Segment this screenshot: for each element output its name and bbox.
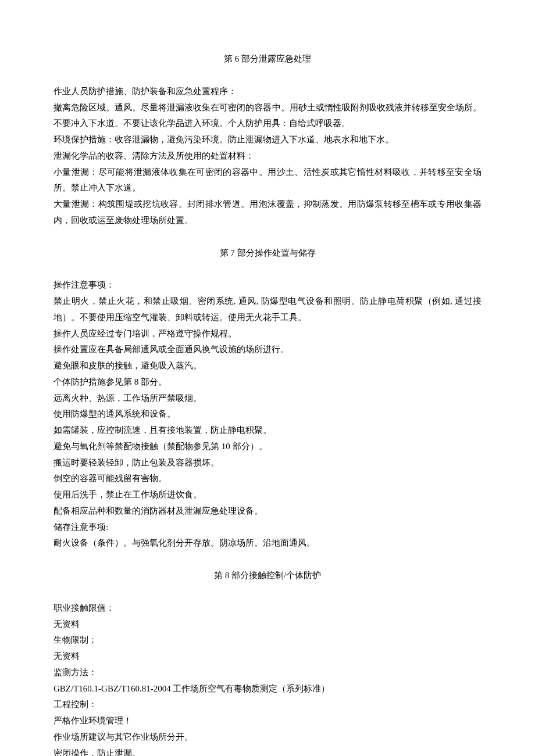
text-line: 无资料	[54, 617, 482, 633]
text-line: 操作处置应在具备局部通风或全面通风换气设施的场所进行。	[54, 342, 482, 358]
text-line: 职业接触限值：	[54, 600, 482, 617]
text-line: 环境保护措施：收容泄漏物，避免污染环境。防止泄漏物进入下水道、地表水和地下水。	[54, 132, 482, 148]
text-line: 操作人员应经过专门培训，严格遵守操作规程。	[54, 326, 482, 342]
text-line: 使用防爆型的通风系统和设备。	[54, 406, 482, 422]
text-line: 避免眼和皮肤的接触，避免吸入蒸汽。	[54, 358, 482, 374]
text-line: 远离火种、热源，工作场所严禁吸烟。	[54, 390, 482, 407]
section-7-title: 第 7 部分操作处置与储存	[54, 245, 482, 261]
text-line: 耐火设备（条件）。与强氧化剂分开存放。阴凉场所。沿地面通风。	[54, 535, 482, 551]
text-line: 严格作业环境管理！	[54, 713, 482, 729]
text-line: 工程控制：	[54, 697, 482, 713]
text-line: 监测方法：	[54, 665, 482, 681]
text-line: 作业人员防护措施、防护装备和应急处置程序：	[54, 84, 482, 100]
text-line: 个体防护措施参见第 8 部分。	[54, 374, 482, 390]
text-line: 生物限制：	[54, 632, 482, 648]
text-line: 配备相应品种和数量的消防器材及泄漏应急处理设备。	[54, 503, 482, 519]
text-line: 禁止明火，禁止火花，和禁止吸烟。密闭系统, 通风, 防爆型电气设备和照明。防止静…	[54, 293, 482, 326]
text-line: 撤离危险区域。通风。尽量将泄漏液收集在可密闭的容器中。用砂土或惰性吸附剂吸收残液…	[54, 100, 482, 132]
text-line: 如需罐装，应控制流速，且有接地装置，防止静电积聚。	[54, 422, 482, 439]
text-line: GBZ/T160.1-GBZ/T160.81-2004 工作场所空气有毒物质测定…	[54, 681, 482, 697]
text-line: 避免与氧化剂等禁配物接触（禁配物参见第 10 部分）。	[54, 439, 482, 455]
section-7-content: 操作注意事项： 禁止明火，禁止火花，和禁止吸烟。密闭系统, 通风, 防爆型电气设…	[54, 277, 482, 551]
text-line: 倒空的容器可能残留有害物。	[54, 471, 482, 487]
section-6-title: 第 6 部分泄露应急处理	[54, 51, 482, 67]
text-line: 小量泄漏：尽可能将泄漏液体收集在可密闭的容器中。用沙土、活性炭或其它惰性材料吸收…	[54, 164, 482, 197]
section-6-content: 作业人员防护措施、防护装备和应急处置程序： 撤离危险区域。通风。尽量将泄漏液收集…	[54, 84, 482, 229]
text-line: 泄漏化学品的收容、清除方法及所使用的处置材料：	[54, 148, 482, 164]
text-line: 大量泄漏：构筑围堤或挖坑收容。封闭排水管道。用泡沫覆盖，抑制蒸发。用防爆泵转移至…	[54, 196, 482, 229]
text-line: 密闭操作，防止泄漏。	[54, 746, 482, 757]
text-line: 作业场所建议与其它作业场所分开。	[54, 729, 482, 746]
text-line: 储存注意事项:	[54, 519, 482, 536]
section-8-title: 第 8 部分接触控制/个体防护	[54, 568, 482, 584]
section-8-content: 职业接触限值： 无资料 生物限制： 无资料 监测方法： GBZ/T160.1-G…	[54, 600, 482, 756]
text-line: 操作注意事项：	[54, 277, 482, 293]
text-line: 无资料	[54, 648, 482, 665]
text-line: 搬运时要轻装轻卸，防止包装及容器损坏。	[54, 455, 482, 471]
text-line: 使用后洗手，禁止在工作场所进饮食。	[54, 487, 482, 503]
